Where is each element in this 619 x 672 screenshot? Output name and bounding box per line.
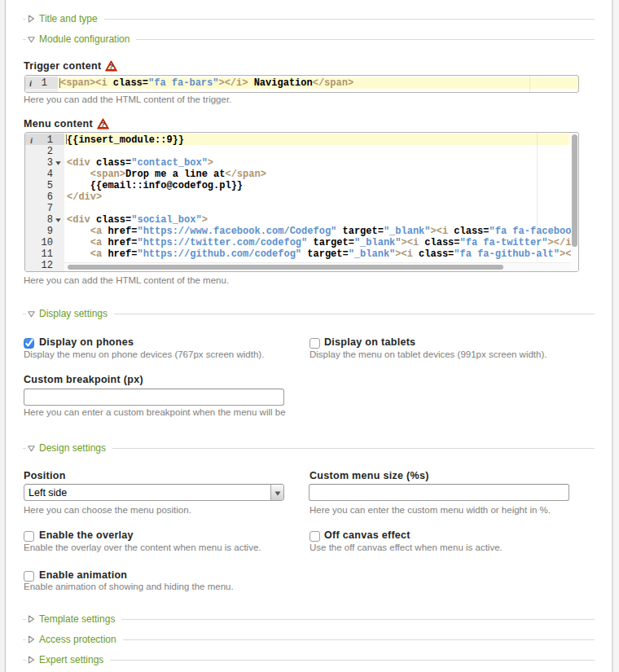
- svg-text:?: ?: [100, 121, 105, 129]
- svg-text:?: ?: [109, 63, 114, 71]
